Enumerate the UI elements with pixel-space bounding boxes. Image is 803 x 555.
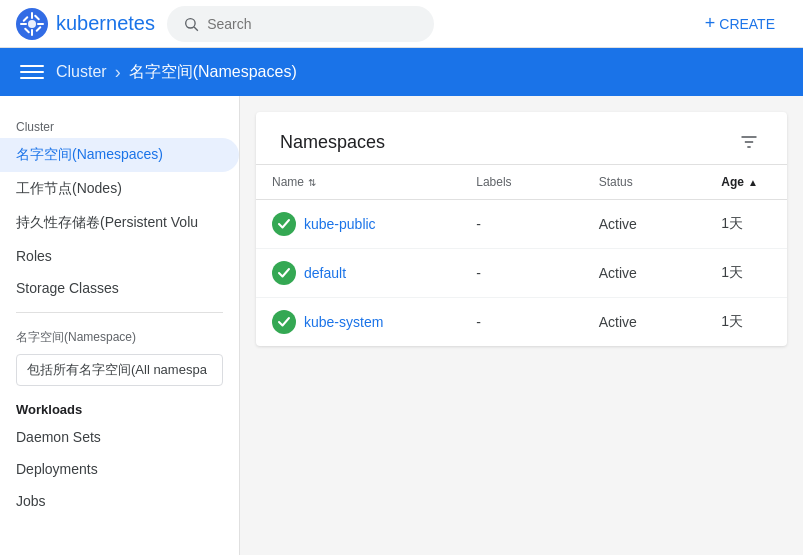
breadcrumb-bar: Cluster › 名字空间(Namespaces) [0,48,803,96]
breadcrumb-current: 名字空间(Namespaces) [129,62,297,83]
menu-button[interactable] [16,56,48,88]
row-age-kube-system: 1天 [705,298,787,347]
hamburger-icon [20,60,44,84]
row-status-kube-system: Active [583,298,706,347]
sidebar-item-namespaces[interactable]: 名字空间(Namespaces) [0,138,239,172]
svg-point-1 [28,20,36,28]
status-icon-kube-system [272,310,296,334]
sidebar-item-nodes[interactable]: 工作节点(Nodes) [0,172,239,206]
content-area: Namespaces Name ⇅ [240,96,803,555]
namespace-section-label: 名字空间(Namespace) [0,321,239,350]
topbar: kubernetes + CREATE [0,0,803,48]
namespace-link-kube-public[interactable]: kube-public [304,216,376,232]
cluster-section-label: Cluster [0,112,239,138]
namespace-link-default[interactable]: default [304,265,346,281]
namespaces-table-card: Namespaces Name ⇅ [256,112,787,346]
svg-rect-3 [31,29,33,36]
sidebar-item-roles[interactable]: Roles [0,240,239,272]
row-labels-default: - [460,249,583,298]
main-layout: Cluster 名字空间(Namespaces) 工作节点(Nodes) 持久性… [0,96,803,555]
th-age[interactable]: Age ▲ [705,165,787,200]
svg-rect-12 [20,65,44,67]
svg-line-11 [194,27,198,31]
breadcrumb: Cluster › 名字空间(Namespaces) [56,62,297,83]
name-sort-icon: ⇅ [308,177,316,188]
namespace-selector[interactable]: 包括所有名字空间(All namespa [16,354,223,386]
svg-rect-13 [20,71,44,73]
svg-point-10 [186,18,195,27]
search-input[interactable] [207,16,418,32]
table-row: kube-public - Active 1天 [256,200,787,249]
sidebar-item-deployments[interactable]: Deployments [0,453,239,485]
breadcrumb-separator: › [115,62,121,83]
row-name-kube-public: kube-public [256,200,460,249]
row-status-default: Active [583,249,706,298]
kubernetes-logo-icon [16,8,48,40]
th-labels: Labels [460,165,583,200]
row-status-kube-public: Active [583,200,706,249]
status-icon-kube-public [272,212,296,236]
search-icon [183,15,199,33]
sidebar-item-daemon-sets[interactable]: Daemon Sets [0,421,239,453]
search-box [167,6,434,42]
sidebar-divider-1 [16,312,223,313]
table-header-row: Namespaces [256,112,787,165]
row-name-default: default [256,249,460,298]
row-labels-kube-public: - [460,200,583,249]
namespace-link-kube-system[interactable]: kube-system [304,314,383,330]
create-button[interactable]: + CREATE [693,5,787,42]
logo-link[interactable]: kubernetes [16,8,155,40]
filter-button[interactable] [735,128,763,156]
table-column-headers: Name ⇅ Labels Status Age [256,165,787,200]
create-label: CREATE [719,16,775,32]
svg-rect-2 [31,12,33,19]
namespaces-table: Name ⇅ Labels Status Age [256,165,787,346]
logo-text: kubernetes [56,12,155,35]
row-labels-kube-system: - [460,298,583,347]
row-age-default: 1天 [705,249,787,298]
table-title: Namespaces [280,132,735,153]
filter-icon [739,132,759,152]
sidebar-item-jobs[interactable]: Jobs [0,485,239,517]
plus-icon: + [705,13,716,34]
row-name-kube-system: kube-system [256,298,460,347]
svg-rect-5 [37,23,44,25]
status-icon-default [272,261,296,285]
table-row: default - Active 1天 [256,249,787,298]
sidebar-item-persistent-volumes[interactable]: 持久性存储卷(Persistent Volu [0,206,239,240]
sidebar-item-storage-classes[interactable]: Storage Classes [0,272,239,304]
th-status: Status [583,165,706,200]
row-age-kube-public: 1天 [705,200,787,249]
sidebar: Cluster 名字空间(Namespaces) 工作节点(Nodes) 持久性… [0,96,240,555]
age-sort-icon: ▲ [748,177,758,188]
th-name[interactable]: Name ⇅ [256,165,460,200]
breadcrumb-parent: Cluster [56,63,107,81]
table-row: kube-system - Active 1天 [256,298,787,347]
svg-rect-4 [20,23,27,25]
workloads-section-label: Workloads [0,390,239,421]
svg-rect-14 [20,77,44,79]
